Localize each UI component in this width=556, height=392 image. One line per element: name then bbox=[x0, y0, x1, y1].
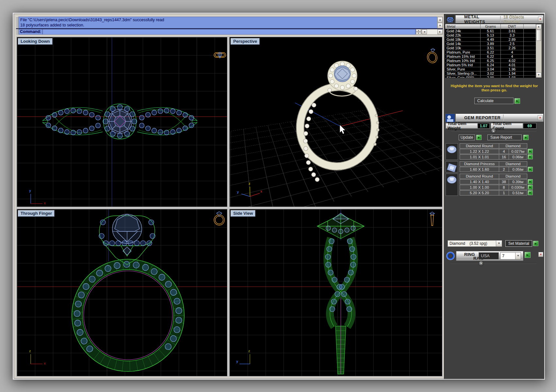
dropdown-arrow-icon[interactable]: ▼ bbox=[496, 241, 502, 246]
viewport-label-side-view[interactable]: Side View bbox=[231, 210, 255, 217]
metal-row[interactable]: Gold 10k3.512.26 bbox=[445, 46, 542, 50]
viewport-perspective[interactable]: Perspective z y x bbox=[229, 37, 442, 207]
command-input[interactable] bbox=[42, 29, 415, 34]
metal-row[interactable]: Silver, Sterling (9...3.021.94 bbox=[445, 71, 542, 76]
metal-row[interactable]: Platinum 15% Irid6.224 bbox=[445, 55, 542, 59]
gem-size-row[interactable]: 1.60 X 1.6020.05tw▶ bbox=[460, 167, 533, 172]
dropdown-arrow-icon[interactable]: ▼ bbox=[515, 253, 521, 259]
scroll-up-icon[interactable]: ▲ bbox=[536, 24, 541, 29]
update-go-icon[interactable]: ▶ bbox=[476, 135, 482, 140]
viewport-label-perspective[interactable]: Perspective bbox=[231, 38, 260, 45]
gem-go-icon[interactable]: ▶ bbox=[528, 185, 533, 190]
gem-size-row[interactable]: 1.00 X 1.0080.030tw▶ bbox=[460, 185, 533, 190]
metal-row[interactable]: Platinum 10% Irid6.254.02 bbox=[445, 59, 542, 63]
scroll-down-icon[interactable]: ▼ bbox=[437, 23, 443, 28]
axis-x-label: x bbox=[44, 361, 46, 365]
ring-size-value: 7 bbox=[500, 253, 515, 259]
ring-rail-close-icon[interactable]: × bbox=[538, 252, 543, 257]
ring-rail-region-box[interactable]: USA bbox=[479, 252, 499, 259]
metal-row[interactable]: Platinum, Pure6.224 bbox=[445, 50, 542, 55]
save-report-go-icon[interactable]: ▶ bbox=[523, 135, 529, 140]
gem-header-row: Diamond RoundDiamond bbox=[460, 143, 533, 149]
ring-rail-go-icon[interactable]: ▶ bbox=[525, 252, 531, 258]
gem-groups-list: Diamond RoundDiamond1.22 X 1.2240.027tw▶… bbox=[445, 143, 543, 197]
command-hscrollbar[interactable]: ◄ ► bbox=[421, 29, 443, 35]
gem-go-icon[interactable]: ▶ bbox=[528, 154, 533, 159]
command-spinner[interactable]: ▲ ▼ bbox=[416, 29, 421, 35]
metal-row[interactable]: Gold 24k5.613.61 bbox=[445, 29, 542, 33]
gem-weight: 0.51tw bbox=[509, 190, 527, 196]
scrollbar-thumb[interactable] bbox=[536, 30, 541, 41]
gem-go-icon[interactable]: ▶ bbox=[528, 149, 533, 154]
column-header-metal[interactable]: Metal bbox=[445, 24, 481, 29]
gem-size-row[interactable]: 5.20 X 5.2010.51tw▶ bbox=[460, 190, 533, 196]
metal-row[interactable]: Silver, Pure3.041.96 bbox=[445, 67, 542, 71]
material-select[interactable]: Diamond (3.52 spg) ▼ bbox=[448, 240, 502, 247]
set-material-go-icon[interactable]: ▶ bbox=[533, 241, 538, 246]
gem-reporter-close-icon[interactable]: × bbox=[538, 115, 543, 120]
scroll-down-icon[interactable]: ▼ bbox=[536, 72, 541, 78]
metal-cell: 5.61 bbox=[481, 29, 501, 33]
history-scrollbar[interactable]: ▲ ▼ bbox=[437, 17, 443, 28]
ring-rail-titlebar[interactable]: RING RAIL USA 7 ▼ bbox=[456, 251, 523, 261]
metal-table-scrollbar[interactable]: ▲ ▼ bbox=[536, 24, 542, 78]
viewport-looking-down[interactable]: Looking Down y x bbox=[17, 37, 227, 207]
app-window: File "C:\Users\jelena.pecic\Downloads\31… bbox=[14, 14, 544, 379]
gem-header-row: Diamond RoundDiamond bbox=[460, 174, 533, 179]
metal-row[interactable]: Silver, Coin (900)2.991.93 bbox=[445, 76, 542, 78]
gem-size-row[interactable]: 1.22 X 1.2240.027tw▶ bbox=[460, 149, 533, 154]
gem-go-icon[interactable]: ▶ bbox=[528, 179, 533, 184]
gem-go-icon[interactable]: ▶ bbox=[528, 167, 533, 172]
gem-go-icon[interactable]: ▶ bbox=[528, 190, 533, 195]
gem-size-row[interactable]: 1.01 X 1.01160.06tw▶ bbox=[460, 154, 533, 160]
gem-size: 1.00 X 1.00 bbox=[460, 185, 499, 190]
scroll-left-icon[interactable]: ◄ bbox=[422, 29, 427, 34]
slider-down-icon[interactable]: ▼ bbox=[479, 261, 484, 266]
metal-cell: 4 bbox=[501, 50, 524, 55]
ring-rail-icon bbox=[446, 251, 455, 261]
scroll-right-icon[interactable]: ► bbox=[437, 29, 443, 34]
metal-cell: 3.89 bbox=[481, 42, 501, 46]
ring-size-select[interactable]: 7 ▼ bbox=[500, 252, 521, 259]
gem-reporter-collapse-slider[interactable]: ▲ bbox=[451, 129, 536, 133]
spinner-up-icon[interactable]: ▲ bbox=[416, 29, 421, 32]
metal-cell: 1.96 bbox=[501, 67, 524, 71]
command-history[interactable]: File "C:\Users\jelena.pecic\Downloads\31… bbox=[19, 17, 439, 28]
ring-side-view-icon bbox=[426, 211, 439, 227]
scroll-up-icon[interactable]: ▲ bbox=[437, 17, 443, 23]
save-report-button[interactable]: Save Report bbox=[487, 134, 522, 140]
instruction-line-2: then press go. bbox=[444, 88, 544, 92]
spinner-down-icon[interactable]: ▼ bbox=[416, 32, 421, 35]
metal-weights-titlebar[interactable]: METAL WEIGHTS 18 Objects Checked × bbox=[455, 15, 544, 23]
calculate-button[interactable]: Calculate bbox=[474, 98, 514, 104]
gem-count: 8 bbox=[499, 185, 509, 190]
calculate-label: Calculate bbox=[477, 99, 494, 103]
viewport-label-through-finger[interactable]: Through Finger bbox=[18, 210, 55, 217]
gem-name: Diamond Round bbox=[460, 174, 499, 179]
metal-row[interactable]: Platinum 5% Irid6.244.01 bbox=[445, 63, 542, 67]
gem-count: 2 bbox=[499, 167, 509, 172]
column-header-dwt[interactable]: DWT bbox=[501, 24, 524, 29]
update-button[interactable]: Update bbox=[459, 134, 475, 140]
command-prompt[interactable]: Command: bbox=[19, 29, 416, 35]
viewport-label-looking-down[interactable]: Looking Down bbox=[18, 38, 53, 45]
viewport-side-view[interactable]: Side View z y bbox=[229, 209, 442, 376]
metal-weights-close-icon[interactable]: × bbox=[538, 17, 543, 22]
metal-row[interactable]: Gold 22k5.133.3 bbox=[445, 33, 542, 38]
gem-size: 5.20 X 5.20 bbox=[460, 190, 499, 196]
collapse-up-icon[interactable]: ▲ bbox=[491, 128, 496, 133]
viewport-through-finger[interactable]: Through Finger z x bbox=[17, 209, 227, 376]
metal-table-header: Metal Grams DWT bbox=[445, 24, 542, 29]
metal-row[interactable]: Gold 14k3.892.5 bbox=[445, 42, 542, 46]
ring-rail-slider[interactable]: ▼ bbox=[451, 261, 536, 265]
set-material-button[interactable]: Set Material bbox=[505, 240, 532, 247]
column-header-grams[interactable]: Grams bbox=[481, 24, 501, 29]
toolbar-gripper[interactable] bbox=[16, 17, 18, 35]
metal-cell: Gold 22k bbox=[445, 33, 481, 38]
gem-reporter-titlebar[interactable]: GEM REPORTER × bbox=[455, 114, 544, 122]
gem-size-row[interactable]: 1.40 X 1.40380.39tw▶ bbox=[460, 179, 533, 184]
metal-row[interactable]: Gold 18k4.492.89 bbox=[445, 38, 542, 42]
axis-y-label: y bbox=[237, 190, 239, 194]
axis-y-label: y bbox=[236, 359, 238, 363]
calculate-go-icon[interactable]: ▶ bbox=[515, 98, 520, 104]
